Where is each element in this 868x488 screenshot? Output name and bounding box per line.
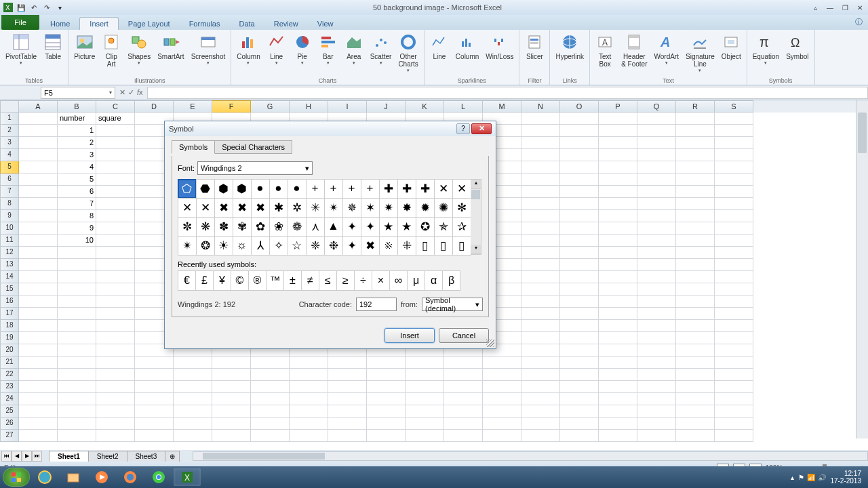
cell[interactable] bbox=[96, 186, 135, 198]
symbol-cell[interactable]: ❀ bbox=[269, 217, 288, 237]
cell[interactable] bbox=[560, 369, 599, 381]
tab-insert[interactable]: Insert bbox=[79, 17, 119, 30]
cell[interactable] bbox=[521, 259, 560, 271]
symbol-cell[interactable]: ✹ bbox=[416, 198, 435, 218]
cell[interactable] bbox=[521, 418, 560, 430]
dialog-title-bar[interactable]: Symbol ? ✕ bbox=[165, 121, 496, 136]
cell[interactable] bbox=[406, 405, 444, 418]
cell[interactable] bbox=[367, 405, 406, 418]
symbol-cell[interactable]: ★ bbox=[397, 217, 416, 237]
cell[interactable] bbox=[715, 198, 753, 210]
cell[interactable] bbox=[96, 247, 135, 259]
cell[interactable]: 6 bbox=[58, 186, 96, 198]
cell[interactable] bbox=[676, 222, 715, 235]
cell[interactable] bbox=[19, 344, 58, 357]
recent-symbol-cell[interactable]: € bbox=[178, 270, 196, 291]
cell[interactable] bbox=[96, 283, 135, 296]
cell[interactable] bbox=[367, 369, 406, 381]
row-header[interactable]: 16 bbox=[0, 296, 19, 308]
cell[interactable] bbox=[637, 405, 676, 418]
cell[interactable] bbox=[637, 235, 676, 247]
taskbar-ie-icon[interactable] bbox=[31, 468, 58, 486]
row-header[interactable]: 1 bbox=[0, 113, 19, 125]
symbol-cell[interactable]: ✦ bbox=[361, 217, 380, 237]
cell[interactable] bbox=[560, 113, 599, 125]
cell[interactable] bbox=[367, 393, 406, 405]
column-header[interactable]: B bbox=[58, 100, 96, 113]
cell[interactable] bbox=[715, 381, 753, 393]
cell[interactable] bbox=[560, 357, 599, 369]
symbol-cell[interactable]: ⬢ bbox=[214, 179, 233, 199]
symbol-cell[interactable]: ✖ bbox=[251, 198, 270, 218]
start-button[interactable] bbox=[3, 468, 30, 487]
symbol-cell[interactable]: ✰ bbox=[452, 217, 471, 237]
cell[interactable] bbox=[599, 357, 637, 369]
cell[interactable] bbox=[599, 259, 637, 271]
sheet-tab[interactable]: Sheet2 bbox=[88, 451, 127, 462]
cell[interactable]: 8 bbox=[58, 210, 96, 222]
cell[interactable] bbox=[676, 332, 715, 344]
symbol-cell[interactable]: ❁ bbox=[288, 217, 307, 237]
symbol-cell[interactable]: ⨳ bbox=[379, 236, 398, 256]
cell[interactable] bbox=[483, 418, 521, 430]
cell[interactable] bbox=[19, 430, 58, 442]
cell[interactable] bbox=[560, 222, 599, 235]
symbol-cell[interactable]: ☀ bbox=[214, 236, 233, 256]
cell[interactable] bbox=[521, 320, 560, 332]
cell[interactable] bbox=[715, 430, 753, 442]
cell[interactable] bbox=[599, 430, 637, 442]
cell[interactable] bbox=[676, 149, 715, 161]
row-header[interactable]: 18 bbox=[0, 320, 19, 332]
cell[interactable] bbox=[715, 405, 753, 418]
cell[interactable] bbox=[715, 332, 753, 344]
row-header[interactable]: 3 bbox=[0, 137, 19, 149]
cell[interactable] bbox=[599, 308, 637, 320]
cell[interactable] bbox=[521, 393, 560, 405]
cell[interactable] bbox=[19, 369, 58, 381]
cell[interactable] bbox=[715, 137, 753, 149]
cell[interactable] bbox=[328, 357, 367, 369]
tab-data[interactable]: Data bbox=[229, 18, 264, 30]
cell[interactable] bbox=[328, 405, 367, 418]
sheet-nav-last-icon[interactable]: ⏭ bbox=[32, 451, 42, 462]
tray-clock[interactable]: 12:17 17-2-2013 bbox=[830, 470, 861, 485]
save-icon[interactable]: 💾 bbox=[16, 2, 26, 13]
cell[interactable] bbox=[96, 174, 135, 186]
cell[interactable] bbox=[676, 161, 715, 174]
symbol-cell[interactable]: ✪ bbox=[416, 217, 435, 237]
symbol-cell[interactable]: ● bbox=[269, 179, 288, 199]
cell[interactable] bbox=[676, 296, 715, 308]
symbol-cell[interactable]: ✚ bbox=[397, 179, 416, 199]
cell[interactable] bbox=[676, 405, 715, 418]
sparkline-column-button[interactable]: Column bbox=[453, 31, 481, 62]
cell[interactable] bbox=[251, 430, 290, 442]
cell[interactable] bbox=[521, 186, 560, 198]
row-header[interactable]: 13 bbox=[0, 259, 19, 271]
cell[interactable] bbox=[599, 344, 637, 357]
cell[interactable]: 3 bbox=[58, 149, 96, 161]
cell[interactable]: square bbox=[96, 113, 135, 125]
cell[interactable] bbox=[96, 222, 135, 235]
recent-symbol-cell[interactable]: ≠ bbox=[301, 270, 319, 291]
cell[interactable] bbox=[58, 271, 96, 283]
cell[interactable] bbox=[135, 393, 174, 405]
cell[interactable] bbox=[19, 405, 58, 418]
cell[interactable] bbox=[676, 247, 715, 259]
cell[interactable] bbox=[19, 283, 58, 296]
scroll-thumb[interactable] bbox=[471, 190, 480, 199]
cell[interactable] bbox=[521, 210, 560, 222]
cell[interactable] bbox=[135, 369, 174, 381]
cell[interactable] bbox=[483, 357, 521, 369]
row-header[interactable]: 21 bbox=[0, 357, 19, 369]
smartart-button[interactable]: SmartArt bbox=[155, 31, 186, 62]
scroll-up-icon[interactable]: ▴ bbox=[471, 180, 481, 189]
symbol-cell[interactable]: + bbox=[342, 179, 361, 199]
cell[interactable] bbox=[290, 418, 328, 430]
cell[interactable] bbox=[637, 369, 676, 381]
cell[interactable] bbox=[676, 430, 715, 442]
vscroll-thumb[interactable] bbox=[858, 113, 867, 153]
chart-scatter-button[interactable]: Scatter▾ bbox=[368, 31, 395, 67]
tab-symbols[interactable]: Symbols bbox=[172, 140, 215, 154]
cell[interactable] bbox=[560, 393, 599, 405]
cell[interactable] bbox=[560, 344, 599, 357]
